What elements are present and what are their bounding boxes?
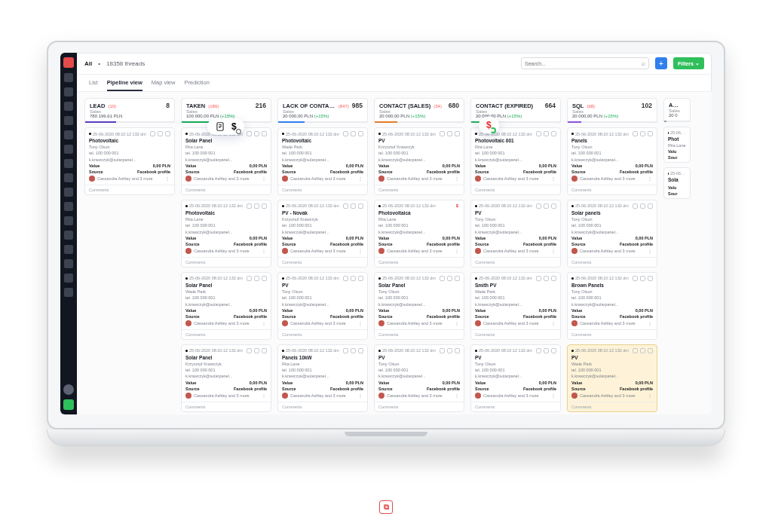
card-action-icon[interactable]: [551, 276, 556, 281]
nav-icon[interactable]: [64, 73, 73, 82]
card-menu-icon[interactable]: ⋮: [358, 393, 363, 398]
card-action-icon[interactable]: [633, 131, 638, 136]
card-comments[interactable]: Comments: [375, 329, 464, 339]
card-action-icon[interactable]: [358, 203, 363, 209]
card-action-icon[interactable]: [633, 348, 638, 353]
deal-card[interactable]: 25-06-2020 08:10:12 132 dni Photovoltaic…: [277, 127, 368, 195]
nav-icon[interactable]: [64, 245, 73, 254]
nav-icon[interactable]: [64, 116, 73, 125]
card-comments[interactable]: Comments: [471, 257, 560, 267]
card-action-icon[interactable]: [455, 276, 460, 281]
card-comments[interactable]: Comments: [278, 185, 367, 194]
card-action-icon[interactable]: [648, 348, 653, 353]
deal-card[interactable]: 25-06-2020 08:10:12 132 dni PV Wade Park…: [567, 344, 657, 412]
card-menu-icon[interactable]: ⋮: [358, 321, 363, 326]
nav-icon[interactable]: [64, 216, 73, 225]
card-action-icon[interactable]: [633, 276, 638, 281]
card-menu-icon[interactable]: ⋮: [551, 321, 556, 326]
card-action-icon[interactable]: [247, 276, 252, 281]
card-action-icon[interactable]: [158, 131, 163, 136]
card-menu-icon[interactable]: ⋮: [648, 176, 653, 181]
nav-icon[interactable]: [64, 87, 73, 96]
card-action-icon[interactable]: [648, 203, 653, 209]
card-comments[interactable]: Comments: [471, 329, 560, 339]
card-menu-icon[interactable]: ⋮: [455, 321, 460, 326]
deal-card[interactable]: 25-06-2020 08:10:12 132 dni PV - Novak K…: [277, 200, 368, 268]
card-action-icon[interactable]: [262, 203, 267, 209]
card-action-icon[interactable]: [536, 348, 541, 353]
nav-icon[interactable]: [64, 231, 73, 240]
card-action-icon[interactable]: [536, 276, 541, 281]
tab-map-view[interactable]: Map view: [152, 79, 176, 91]
card-action-icon[interactable]: [633, 203, 638, 209]
card-action-icon[interactable]: [447, 348, 452, 353]
card-action-icon[interactable]: [440, 131, 445, 136]
card-action-icon[interactable]: [343, 203, 348, 209]
card-menu-icon[interactable]: ⋮: [551, 176, 556, 181]
card-comments[interactable]: Comments: [568, 257, 657, 267]
column-header[interactable]: CONTACT (SALES) (34) 680 Sales 20 000,00…: [374, 98, 464, 123]
nav-icon[interactable]: [64, 102, 73, 111]
nav-icon[interactable]: [64, 159, 73, 168]
card-menu-icon[interactable]: ⋮: [455, 176, 460, 181]
search-field[interactable]: [525, 61, 642, 66]
card-comments[interactable]: Comments: [182, 329, 271, 339]
column-header[interactable]: SQL (68) 102 Sales 20 000,00 PLN (+15%): [567, 98, 657, 123]
deal-card[interactable]: 25-06-2020 08:10:12 132 dni Solar panels…: [567, 200, 657, 268]
card-comments[interactable]: Comments: [182, 402, 271, 411]
card-action-icon[interactable]: [640, 348, 645, 353]
card-action-icon[interactable]: [648, 276, 653, 281]
nav-icon[interactable]: [64, 259, 73, 268]
column-header[interactable]: LEAD (10) 8 Sales 780 199,61 PLN: [84, 98, 175, 123]
card-comments[interactable]: Comments: [182, 257, 271, 267]
deal-card[interactable]: 25-06-2020 08:10:12 132 dni PV Tony Olso…: [277, 272, 368, 340]
tab-list[interactable]: List: [89, 79, 98, 91]
card-action-icon[interactable]: [254, 276, 259, 281]
card-action-icon[interactable]: [551, 131, 556, 136]
card-action-icon[interactable]: [343, 276, 348, 281]
card-action-icon[interactable]: [648, 131, 653, 136]
nav-icon[interactable]: [64, 188, 73, 197]
card-comments[interactable]: Comments: [375, 185, 464, 194]
card-action-icon[interactable]: [640, 276, 645, 281]
nav-icon[interactable]: [64, 145, 73, 154]
card-menu-icon[interactable]: ⋮: [648, 249, 653, 253]
nav-icon[interactable]: [64, 130, 73, 139]
card-comments[interactable]: Comments: [278, 402, 367, 411]
card-comments[interactable]: Comments: [568, 329, 657, 339]
card-action-icon[interactable]: [254, 348, 259, 353]
card-action-icon[interactable]: [358, 131, 363, 136]
deal-card[interactable]: 25-06-2020 08:10:12 132 dni Brown Panels…: [567, 272, 657, 340]
deal-card[interactable]: 25-06-2020 08:10:12 132 dni Solar Panel …: [181, 127, 271, 195]
card-menu-icon[interactable]: ⋮: [648, 321, 653, 326]
nav-icon[interactable]: [64, 274, 73, 283]
column-header[interactable]: AUC Sales 20 0: [663, 98, 691, 122]
card-action-icon[interactable]: [247, 348, 252, 353]
card-action-icon[interactable]: [447, 131, 452, 136]
card-action-icon[interactable]: [455, 131, 460, 136]
card-action-icon[interactable]: [440, 276, 445, 281]
deal-card[interactable]: 25-06-2020 08:10:12 132 dni Solar Panel …: [181, 344, 271, 412]
card-action-icon[interactable]: [262, 276, 267, 281]
card-comments[interactable]: Comments: [568, 185, 657, 194]
card-action-icon[interactable]: [544, 276, 549, 281]
card-action-icon[interactable]: [254, 203, 259, 209]
card-action-icon[interactable]: [455, 348, 460, 353]
deal-card[interactable]: 25-06-2020 08:10:12 132 dni PV Tony Olso…: [374, 344, 464, 412]
nav-icon[interactable]: [64, 288, 73, 297]
card-comments[interactable]: Comments: [375, 402, 464, 411]
tab-prediction[interactable]: Prediction: [184, 79, 209, 91]
card-action-icon[interactable]: [351, 348, 356, 353]
card-menu-icon[interactable]: ⋮: [551, 249, 556, 253]
user-avatar[interactable]: [63, 384, 74, 395]
card-action-icon[interactable]: [262, 131, 267, 136]
card-menu-icon[interactable]: ⋮: [262, 249, 267, 253]
nav-icon[interactable]: [64, 173, 73, 182]
card-action-icon[interactable]: [551, 348, 556, 353]
card-comments[interactable]: Comments: [471, 185, 560, 194]
deal-card[interactable]: 25-06-2020 08:10:12 132 dni Panels Tony …: [567, 127, 657, 195]
card-comments[interactable]: Comments: [278, 257, 367, 267]
card-action-icon[interactable]: [254, 131, 259, 136]
card-menu-icon[interactable]: ⋮: [551, 393, 556, 398]
card-action-icon[interactable]: [544, 203, 549, 209]
